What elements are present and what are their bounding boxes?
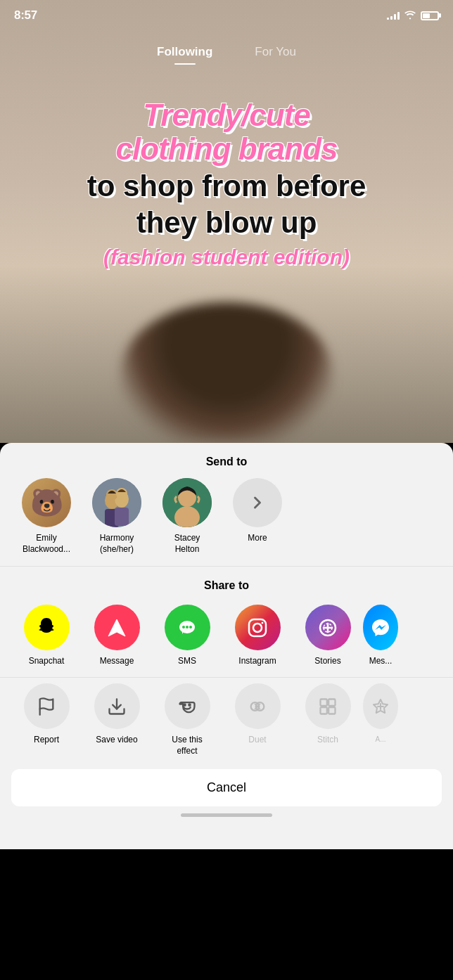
add-fav-icon-bg [363, 683, 398, 729]
action-add-fav: A... [363, 683, 398, 756]
instagram-icon [235, 605, 281, 650]
share-stories[interactable]: Stories [293, 602, 363, 666]
stitch-label: Stitch [317, 735, 338, 746]
svg-point-19 [262, 621, 264, 624]
video-title-line4: they blow up [21, 206, 432, 240]
home-bar [181, 813, 272, 817]
share-to-title: Share to [0, 567, 453, 602]
signal-icon [387, 11, 400, 20]
contacts-row: 🐻 EmilyBlackwood... Har [0, 478, 453, 566]
svg-point-14 [182, 626, 185, 628]
svg-rect-4 [115, 508, 129, 526]
download-icon [107, 697, 127, 716]
contact-name-stacey: StaceyHelton [174, 533, 200, 555]
video-text-overlay: Trendy/cute clothing brands to shop from… [0, 98, 453, 269]
message-icon [94, 605, 140, 650]
svg-point-18 [253, 624, 262, 632]
svg-rect-31 [328, 699, 335, 705]
contact-avatar-harmony [92, 478, 141, 527]
action-use-effect[interactable]: Use thiseffect [152, 683, 222, 756]
svg-rect-33 [328, 707, 335, 714]
actions-row: Report Save video [0, 678, 453, 762]
person-silhouette [121, 302, 332, 443]
share-messenger[interactable]: Mes... [363, 602, 398, 666]
svg-point-15 [186, 626, 189, 628]
svg-rect-32 [321, 707, 327, 714]
use-effect-icon-bg [165, 683, 210, 729]
stories-label: Stories [314, 656, 340, 666]
stories-icon [305, 605, 351, 650]
svg-point-16 [189, 626, 192, 628]
send-to-title: Send to [0, 443, 453, 478]
action-save-video[interactable]: Save video [82, 683, 152, 756]
mask-icon [177, 697, 197, 716]
cancel-button[interactable]: Cancel [11, 769, 442, 806]
battery-icon [421, 11, 439, 20]
messenger-icon [363, 605, 398, 650]
contact-name-more: More [248, 533, 267, 544]
contact-avatar-emily: 🐻 [22, 478, 71, 527]
bottom-sheet: Send to 🐻 EmilyBlackwood... [0, 443, 453, 849]
share-row: Snapchat Message SMS [0, 602, 453, 677]
contact-avatar-stacey [162, 478, 212, 527]
report-label: Report [34, 735, 59, 746]
status-bar: 8:57 [0, 0, 453, 31]
contact-stacey[interactable]: StaceyHelton [152, 478, 222, 555]
nav-tabs: Following For You [0, 31, 453, 73]
share-message[interactable]: Message [82, 602, 152, 666]
contact-harmony[interactable]: Harmony(she/her) [82, 478, 152, 555]
home-indicator [0, 806, 453, 821]
tab-following[interactable]: Following [136, 39, 234, 65]
sms-icon [165, 605, 210, 650]
snapchat-icon [24, 605, 70, 650]
share-snapchat[interactable]: Snapchat [11, 602, 82, 666]
save-video-icon-bg [94, 683, 140, 729]
svg-point-27 [189, 704, 190, 705]
messenger-label: Mes... [369, 656, 393, 666]
contact-name-emily: EmilyBlackwood... [23, 533, 70, 555]
duet-icon [248, 697, 267, 716]
cancel-section: Cancel [11, 769, 442, 806]
video-title-line5: (fashion student edition) [21, 245, 432, 269]
duet-icon-bg [235, 683, 281, 729]
stitch-icon-bg [305, 683, 351, 729]
status-icons [387, 10, 439, 22]
flag-icon [37, 697, 56, 716]
status-time: 8:57 [14, 8, 37, 22]
contact-more[interactable]: More [222, 478, 293, 555]
contact-name-harmony: Harmony(she/her) [100, 533, 134, 555]
report-icon-bg [24, 683, 70, 729]
use-effect-label: Use thiseffect [172, 735, 202, 756]
stitch-icon [318, 697, 338, 716]
action-report[interactable]: Report [11, 683, 82, 756]
share-sms[interactable]: SMS [152, 602, 222, 666]
add-fav-icon [372, 698, 389, 715]
video-title-line1: Trendy/cute [21, 98, 432, 132]
message-label: Message [100, 656, 134, 666]
tab-for-you[interactable]: For You [234, 39, 317, 65]
action-stitch: Stitch [293, 683, 363, 756]
add-fav-label: A... [375, 735, 385, 744]
save-video-label: Save video [96, 735, 137, 746]
snapchat-label: Snapchat [29, 656, 65, 666]
video-background: Following For You Trendy/cute clothing b… [0, 0, 453, 443]
svg-marker-10 [108, 619, 125, 636]
video-title-line2: clothing brands [21, 132, 432, 166]
share-instagram[interactable]: Instagram [222, 602, 293, 666]
svg-point-26 [184, 704, 185, 705]
duet-label: Duet [248, 735, 266, 746]
svg-rect-17 [249, 619, 266, 636]
instagram-label: Instagram [238, 656, 276, 666]
wifi-icon [404, 10, 416, 22]
svg-rect-30 [321, 699, 327, 705]
video-title-line3: to shop from before [21, 169, 432, 203]
sms-label: SMS [178, 656, 196, 666]
action-duet: Duet [222, 683, 293, 756]
contact-avatar-more [233, 478, 282, 527]
contact-emily[interactable]: 🐻 EmilyBlackwood... [11, 478, 82, 555]
